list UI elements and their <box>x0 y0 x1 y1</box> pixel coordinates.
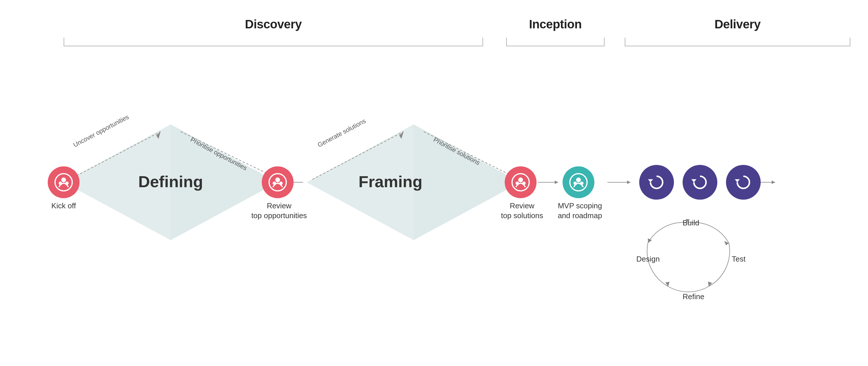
discovery-corner-right <box>479 38 483 46</box>
test-label: Test <box>732 254 746 264</box>
svg-marker-9 <box>399 132 403 139</box>
review-opps-label: Reviewtop opportunities <box>246 201 312 221</box>
defining-label: Defining <box>127 172 214 191</box>
main-container: Discovery Inception Delivery <box>0 0 868 366</box>
design-label: Design <box>636 254 660 264</box>
svg-point-35 <box>522 182 526 185</box>
svg-marker-5 <box>156 132 160 139</box>
svg-marker-41 <box>691 179 696 183</box>
discovery-phase-bracket: Discovery <box>64 18 483 46</box>
svg-point-29 <box>275 178 280 183</box>
refine-label: Refine <box>683 292 704 301</box>
delivery-circle-3 <box>726 165 761 200</box>
svg-point-26 <box>59 182 62 185</box>
inception-corner-left <box>506 38 510 46</box>
uncover-label: Uncover opportunities <box>72 113 130 149</box>
discovery-label: Discovery <box>245 18 302 31</box>
phase-header: Discovery Inception Delivery <box>0 0 868 46</box>
prioritise-opps-label: Prioritise opportunities <box>189 136 248 172</box>
svg-point-37 <box>576 178 581 183</box>
svg-point-25 <box>61 178 66 183</box>
svg-marker-20 <box>708 281 712 286</box>
mvp-label: MVP scopingand roadmap <box>547 201 613 221</box>
delivery-circle-1 <box>639 165 674 200</box>
framing-label: Framing <box>347 172 434 191</box>
mvp-icon <box>563 166 594 198</box>
svg-point-33 <box>518 178 523 183</box>
svg-marker-42 <box>735 179 740 183</box>
inception-bracket-line <box>506 35 604 46</box>
delivery-corner-right <box>846 38 850 46</box>
review-opps-icon <box>262 166 293 198</box>
discovery-bracket-line <box>64 35 483 46</box>
svg-point-38 <box>574 182 577 185</box>
review-sols-icon <box>505 166 536 198</box>
delivery-label: Delivery <box>714 18 761 31</box>
svg-marker-18 <box>772 181 775 184</box>
inception-phase-bracket: Inception <box>506 18 604 46</box>
delivery-corner-left <box>625 38 629 46</box>
svg-point-34 <box>516 182 519 185</box>
svg-marker-22 <box>648 238 652 243</box>
prioritise-sols-label: Prioritise solutions <box>432 136 481 167</box>
inception-corner-right <box>600 38 604 46</box>
delivery-h-line <box>629 46 846 46</box>
svg-point-31 <box>279 182 283 185</box>
kickoff-label: Kick off <box>42 201 85 211</box>
delivery-bracket-line <box>625 35 850 46</box>
inception-h-line <box>510 46 600 46</box>
build-label: Build <box>683 218 700 227</box>
content-area: Kick off Reviewtop opportunities Reviewt… <box>0 58 868 366</box>
review-sols-label: Reviewtop solutions <box>489 201 555 221</box>
kickoff-icon <box>48 166 80 198</box>
discovery-h-line <box>68 46 479 46</box>
svg-marker-19 <box>724 241 729 245</box>
svg-overlay <box>0 58 868 366</box>
svg-marker-21 <box>665 282 670 286</box>
svg-marker-16 <box>627 181 630 184</box>
svg-point-27 <box>65 182 69 185</box>
delivery-phase-bracket: Delivery <box>625 18 850 46</box>
svg-marker-14 <box>555 181 558 184</box>
svg-point-30 <box>273 182 276 185</box>
svg-point-39 <box>580 182 584 185</box>
discovery-corner-left <box>64 38 68 46</box>
inception-label: Inception <box>529 18 582 31</box>
delivery-circle-2 <box>683 165 717 200</box>
generate-label: Generate solutions <box>316 117 367 149</box>
